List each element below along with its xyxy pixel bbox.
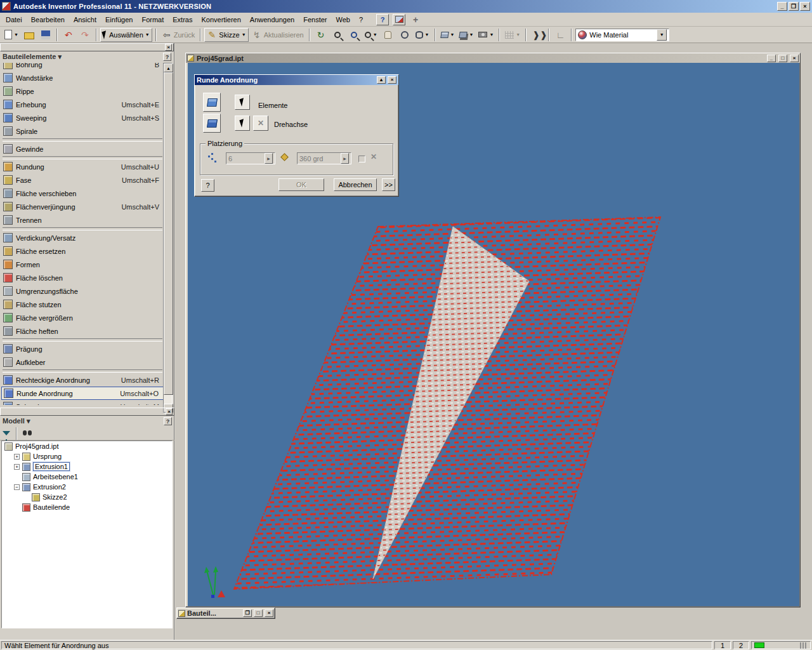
tree-item-arbeitsebene1[interactable]: Arbeitsebene1 <box>2 472 172 482</box>
menu-web[interactable]: Web <box>331 14 354 25</box>
camera-mode-button[interactable]: ▼ <box>476 28 495 42</box>
axis-flip-button[interactable]: ✕ <box>253 116 268 131</box>
zoom-window-button[interactable] <box>346 28 362 42</box>
cancel-button[interactable]: Abbrechen <box>334 178 377 191</box>
help-topics-button[interactable]: ? <box>376 14 389 25</box>
feature-item-rechteckige-anordnung[interactable]: Rechteckige AnordnungUmschalt+R <box>1 373 164 387</box>
feature-item-bohrung[interactable]: BohrungB <box>1 63 164 71</box>
feature-item-gewinde[interactable]: Gewinde <box>1 142 164 156</box>
expand-icon[interactable]: + <box>14 464 20 470</box>
feature-item-umgrenzungsflaeche[interactable]: Umgrenzungsfläche <box>1 284 164 298</box>
features-panel-header[interactable]: Bauteilelemente ▾ ? <box>0 51 174 62</box>
feature-item-flaeche-vergroessern[interactable]: Fläche vergrößern <box>1 311 164 324</box>
new-document-button[interactable]: ▼ <box>3 28 20 42</box>
ok-button[interactable]: OK <box>278 178 324 191</box>
scroll-thumb[interactable] <box>164 72 173 395</box>
features-scrollbar[interactable]: ▲ ▼ <box>163 63 173 413</box>
sketch-button[interactable]: ✎ Skizze ▼ <box>204 28 248 42</box>
elements-pick-button[interactable] <box>235 95 250 110</box>
tree-item-ursprung[interactable]: +Ursprung <box>2 451 172 461</box>
dialog-titlebar[interactable]: Runde Anordnung ▴ × <box>195 75 398 85</box>
scroll-up-icon[interactable]: ▲ <box>164 63 173 72</box>
menu-ansicht[interactable]: Ansicht <box>69 14 101 25</box>
menu-fenster[interactable]: Fenster <box>299 14 331 25</box>
feature-item-spirale[interactable]: Spirale <box>1 124 164 138</box>
tree-item-proj45grad[interactable]: Proj45grad.ipt <box>2 441 172 451</box>
tree-item-bauteilende[interactable]: Bauteilende <box>2 502 172 512</box>
select-tool-button[interactable]: Auswählen ▼ <box>100 28 152 42</box>
restore-button[interactable]: ❐ <box>789 2 799 11</box>
solid-select-button[interactable] <box>203 114 221 133</box>
add-content-button[interactable]: + <box>409 14 422 25</box>
display-mode-button[interactable]: ▼ <box>439 28 457 42</box>
panel-help-button[interactable]: ? <box>163 53 171 61</box>
features-panel-grabbar[interactable]: × <box>0 43 174 51</box>
feature-item-flaeche-heften[interactable]: Fläche heften <box>1 324 164 338</box>
menu-konvertieren[interactable]: Konvertieren <box>197 14 245 25</box>
pan-button[interactable] <box>381 28 396 42</box>
find-binoculars-icon[interactable] <box>23 430 32 436</box>
rollup-icon[interactable]: ▴ <box>377 76 386 84</box>
open-button[interactable] <box>22 28 37 42</box>
chevron-down-icon[interactable]: ▼ <box>657 29 667 41</box>
redo-button[interactable]: ↷ <box>77 28 93 42</box>
flyout-arrow-icon[interactable]: ▶ <box>265 153 273 164</box>
close-icon[interactable]: × <box>166 408 173 415</box>
minimize-button[interactable]: _ <box>777 2 787 11</box>
close-button[interactable]: × <box>265 609 273 617</box>
update-button[interactable]: ↯ Aktualisieren <box>250 28 306 42</box>
maximize-button[interactable]: □ <box>778 55 787 62</box>
analysis-button[interactable]: ▼ <box>503 28 522 42</box>
menu-datei[interactable]: Datei <box>1 14 27 25</box>
undo-button[interactable]: ↶ <box>61 28 76 42</box>
sketch-view-button[interactable]: ❱❱ <box>530 28 545 42</box>
panel-help-button[interactable]: ? <box>164 417 172 425</box>
menu-bearbeiten[interactable]: Bearbeiten <box>27 14 69 25</box>
model-panel-grabbar[interactable]: × <box>0 408 174 416</box>
elements-select-button[interactable] <box>203 93 221 112</box>
ground-shadow-button[interactable]: ∟ <box>553 28 568 42</box>
feature-item-runde-anordnung[interactable]: Runde AnordnungUmschalt+O <box>1 387 164 400</box>
more-button[interactable]: >> <box>382 178 395 191</box>
collaboration-button[interactable] <box>393 14 405 25</box>
tree-item-skizze2[interactable]: Skizze2 <box>2 492 172 502</box>
feature-item-spiegeln[interactable]: SpiegelnUmschalt+M <box>1 400 164 405</box>
close-icon[interactable]: × <box>165 44 172 51</box>
feature-item-sweeping[interactable]: SweepingUmschalt+S <box>1 111 164 124</box>
refresh-view-button[interactable]: ↻ <box>313 28 329 42</box>
axis-pick-button[interactable] <box>235 116 250 131</box>
maximize-button[interactable]: □ <box>254 609 263 617</box>
feature-item-verdickung-versatz[interactable]: Verdickung/Versatz <box>1 231 164 244</box>
close-button[interactable]: × <box>800 2 810 11</box>
feature-item-erhebung[interactable]: ErhebungUmschalt+E <box>1 98 164 111</box>
feature-item-flaeche-stutzen[interactable]: Fläche stutzen <box>1 298 164 311</box>
restore-button[interactable]: ❐ <box>243 609 252 617</box>
feature-item-flaeche-verschieben[interactable]: Fläche verschieben <box>1 187 164 200</box>
close-icon[interactable]: × <box>388 76 396 84</box>
feature-item-trennen[interactable]: Trennen <box>1 213 164 227</box>
close-button[interactable]: × <box>790 55 799 62</box>
document-titlebar[interactable]: Proj45grad.ipt _ □ × <box>186 53 800 63</box>
tree-item-extrusion1[interactable]: +Extrusion1 <box>2 461 172 472</box>
feature-item-praegung[interactable]: Prägung <box>1 342 164 355</box>
feature-item-rippe[interactable]: Rippe <box>1 84 164 98</box>
dialog-help-button[interactable]: ? <box>201 179 214 192</box>
save-button[interactable] <box>38 28 53 42</box>
look-at-button[interactable]: ▼ <box>414 28 431 42</box>
flyout-arrow-icon[interactable]: ▶ <box>341 153 349 164</box>
shadow-button[interactable]: ▼ <box>457 28 475 42</box>
tree-item-extrusion2[interactable]: −Extrusion2 <box>2 482 172 492</box>
menu-format[interactable]: Format <box>137 14 168 25</box>
return-button[interactable]: ⇦ Zurück <box>160 28 197 42</box>
feature-item-flaeche-ersetzen[interactable]: Fläche ersetzen <box>1 244 164 258</box>
feature-item-formen[interactable]: Formen <box>1 258 164 271</box>
feature-item-fase[interactable]: FaseUmschalt+F <box>1 173 164 187</box>
material-combo[interactable]: Wie Material ▼ <box>575 29 669 41</box>
angle-field[interactable]: 360 grd ▶ <box>297 152 351 164</box>
expand-icon[interactable]: + <box>14 454 20 460</box>
minimize-button[interactable]: _ <box>767 55 776 62</box>
count-field[interactable]: 6 ▶ <box>226 152 275 164</box>
midplane-checkbox[interactable] <box>358 156 365 162</box>
feature-item-aufkleber[interactable]: Aufkleber <box>1 355 164 369</box>
minimized-window-bar[interactable]: Bauteil... ❐ □ × <box>176 607 275 619</box>
